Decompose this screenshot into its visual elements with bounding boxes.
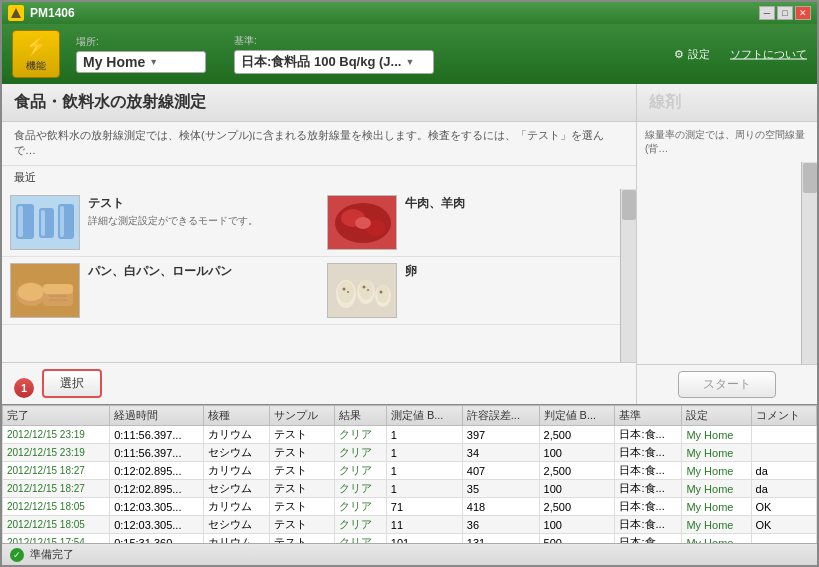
toolbar-right: ⚙ 設定 ソフトについて bbox=[674, 47, 807, 62]
table-cell-5-10: OK bbox=[751, 516, 816, 534]
table-cell-2-4: クリア bbox=[335, 462, 387, 480]
select-button[interactable]: 選択 bbox=[42, 369, 102, 398]
table-cell-6-0: 2012/12/15 17:54 bbox=[3, 534, 110, 544]
table-cell-1-9: My Home bbox=[682, 444, 751, 462]
close-button[interactable]: ✕ bbox=[795, 6, 811, 20]
panel-title: 食品・飲料水の放射線測定 bbox=[2, 84, 636, 122]
about-button[interactable]: ソフトについて bbox=[730, 47, 807, 62]
col-header-elapsed[interactable]: 経過時間 bbox=[110, 406, 204, 426]
col-header-judgment[interactable]: 判定値 B... bbox=[539, 406, 615, 426]
table-cell-1-0: 2012/12/15 23:19 bbox=[3, 444, 110, 462]
table-row[interactable]: 2012/12/15 17:540:15:31.360...カリウムテストクリア… bbox=[3, 534, 817, 544]
status-bar: ✓ 準備完了 bbox=[2, 543, 817, 565]
table-cell-6-9: My Home bbox=[682, 534, 751, 544]
table-cell-3-8: 日本:食... bbox=[615, 480, 682, 498]
table-row[interactable]: 2012/12/15 23:190:11:56.397...セシウムテストクリア… bbox=[3, 444, 817, 462]
table-row[interactable]: 2012/12/15 18:050:12:03.305...カリウムテストクリア… bbox=[3, 498, 817, 516]
col-header-tolerance[interactable]: 許容誤差... bbox=[462, 406, 539, 426]
lightning-icon: ⚡ bbox=[25, 35, 47, 57]
location-dropdown-arrow: ▼ bbox=[149, 57, 158, 67]
table-cell-5-4: クリア bbox=[335, 516, 387, 534]
table-cell-4-2: カリウム bbox=[204, 498, 269, 516]
status-icon: ✓ bbox=[10, 548, 24, 562]
start-button[interactable]: スタート bbox=[678, 371, 776, 398]
window-frame: PM1406 ─ □ ✕ ⚡ 機能 場所: My Home ▼ 基準: bbox=[0, 0, 819, 567]
standard-dropdown[interactable]: 日本:食料品 100 Bq/kg (J... ▼ bbox=[234, 50, 434, 74]
title-bar: PM1406 ─ □ ✕ bbox=[2, 2, 817, 24]
food-item-bread[interactable]: パン、白パン、ロールパン bbox=[2, 257, 319, 325]
beef-image bbox=[328, 196, 396, 249]
col-header-sample[interactable]: サンプル bbox=[269, 406, 334, 426]
col-header-nuclide[interactable]: 核種 bbox=[204, 406, 269, 426]
table-row[interactable]: 2012/12/15 23:190:11:56.397...カリウムテストクリア… bbox=[3, 426, 817, 444]
table-cell-5-3: テスト bbox=[269, 516, 334, 534]
table-row[interactable]: 2012/12/15 18:050:12:03.305...セシウムテストクリア… bbox=[3, 516, 817, 534]
table-cell-5-2: セシウム bbox=[204, 516, 269, 534]
maximize-button[interactable]: □ bbox=[777, 6, 793, 20]
table-header-row: 完了 経過時間 核種 サンプル 結果 測定値 B... 許容誤差... 判定値 … bbox=[3, 406, 817, 426]
table-cell-6-1: 0:15:31.360... bbox=[110, 534, 204, 544]
table-cell-5-5: 11 bbox=[386, 516, 462, 534]
table-cell-0-0: 2012/12/15 23:19 bbox=[3, 426, 110, 444]
top-panels: 食品・飲料水の放射線測定 食品や飲料水の放射線測定では、検体(サンプル)に含まれ… bbox=[2, 84, 817, 404]
table-cell-6-10 bbox=[751, 534, 816, 544]
table-cell-4-0: 2012/12/15 18:05 bbox=[3, 498, 110, 516]
table-cell-2-7: 2,500 bbox=[539, 462, 615, 480]
food-name-bread: パン、白パン、ロールパン bbox=[88, 263, 232, 280]
food-info-bread: パン、白パン、ロールパン bbox=[88, 263, 232, 280]
water-image bbox=[11, 196, 79, 249]
toolbar-left: ⚡ 機能 場所: My Home ▼ 基準: 日本:食料品 100 Bq/kg … bbox=[12, 30, 434, 78]
standard-dropdown-arrow: ▼ bbox=[405, 57, 414, 67]
table-cell-3-9: My Home bbox=[682, 480, 751, 498]
table-cell-2-10: da bbox=[751, 462, 816, 480]
location-label: 場所: bbox=[76, 35, 206, 49]
egg-image bbox=[328, 264, 396, 317]
table-row[interactable]: 2012/12/15 18:270:12:02.895...セシウムテストクリア… bbox=[3, 480, 817, 498]
col-header-result[interactable]: 結果 bbox=[335, 406, 387, 426]
food-item-beef[interactable]: 牛肉、羊肉 bbox=[319, 189, 636, 257]
table-cell-0-3: テスト bbox=[269, 426, 334, 444]
right-panel-scrollbar[interactable] bbox=[801, 162, 817, 364]
table-row[interactable]: 2012/12/15 18:270:12:02.895...カリウムテストクリア… bbox=[3, 462, 817, 480]
minimize-button[interactable]: ─ bbox=[759, 6, 775, 20]
table-cell-4-3: テスト bbox=[269, 498, 334, 516]
svg-point-16 bbox=[18, 283, 44, 301]
step-badge: 1 bbox=[14, 378, 34, 398]
food-info-egg: 卵 bbox=[405, 263, 417, 280]
location-section: 場所: My Home ▼ bbox=[76, 35, 206, 73]
toolbar: ⚡ 機能 場所: My Home ▼ 基準: 日本:食料品 100 Bq/kg … bbox=[2, 24, 817, 84]
table-cell-3-5: 1 bbox=[386, 480, 462, 498]
right-panel: 線剤 線量率の測定では、周りの空間線量(背… スタート bbox=[637, 84, 817, 404]
left-panel: 食品・飲料水の放射線測定 食品や飲料水の放射線測定では、検体(サンプル)に含まれ… bbox=[2, 84, 637, 404]
location-dropdown[interactable]: My Home ▼ bbox=[76, 51, 206, 73]
function-button[interactable]: ⚡ 機能 bbox=[12, 30, 60, 78]
col-header-measured[interactable]: 測定値 B... bbox=[386, 406, 462, 426]
scroll-thumb bbox=[622, 190, 636, 220]
food-thumbnail-beef bbox=[327, 195, 397, 250]
col-header-standard[interactable]: 基準 bbox=[615, 406, 682, 426]
table-cell-4-4: クリア bbox=[335, 498, 387, 516]
gear-icon: ⚙ bbox=[674, 48, 684, 61]
food-name-beef: 牛肉、羊肉 bbox=[405, 195, 465, 212]
table-cell-0-9: My Home bbox=[682, 426, 751, 444]
table-cell-1-3: テスト bbox=[269, 444, 334, 462]
content-area: 食品・飲料水の放射線測定 食品や飲料水の放射線測定では、検体(サンプル)に含まれ… bbox=[2, 84, 817, 543]
settings-button[interactable]: ⚙ 設定 bbox=[674, 47, 710, 62]
table-cell-6-3: テスト bbox=[269, 534, 334, 544]
svg-rect-6 bbox=[41, 210, 45, 236]
table-cell-1-1: 0:11:56.397... bbox=[110, 444, 204, 462]
svg-rect-18 bbox=[43, 284, 73, 294]
col-header-setting[interactable]: 設定 bbox=[682, 406, 751, 426]
settings-label: 設定 bbox=[688, 47, 710, 62]
table-cell-2-0: 2012/12/15 18:27 bbox=[3, 462, 110, 480]
food-item-egg[interactable]: 卵 bbox=[319, 257, 636, 325]
col-header-comment[interactable]: コメント bbox=[751, 406, 816, 426]
col-header-done[interactable]: 完了 bbox=[3, 406, 110, 426]
svg-point-29 bbox=[347, 291, 349, 293]
table-cell-3-0: 2012/12/15 18:27 bbox=[3, 480, 110, 498]
svg-rect-4 bbox=[18, 206, 23, 237]
food-item-test[interactable]: テスト 詳細な測定設定ができるモードです。 bbox=[2, 189, 319, 257]
status-text: 準備完了 bbox=[30, 547, 74, 562]
food-grid-scrollbar[interactable] bbox=[620, 189, 636, 362]
food-thumbnail-egg bbox=[327, 263, 397, 318]
